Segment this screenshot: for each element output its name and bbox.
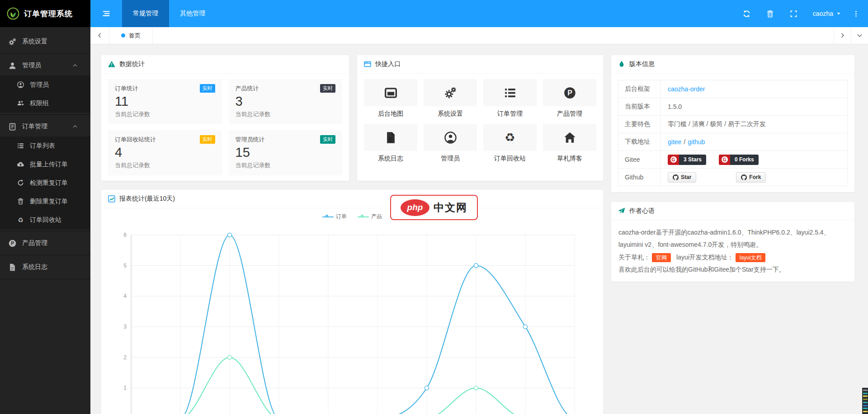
- trash-icon: [17, 198, 24, 205]
- sidebar-item-label: 删除重复订单: [30, 198, 68, 206]
- stat-label: 管理员统计: [236, 136, 265, 144]
- chevron-up-icon: [72, 63, 78, 68]
- page-tabbar: 首页: [90, 27, 868, 44]
- sidebar-item-label: 权限组: [30, 99, 49, 108]
- address-book-icon: [9, 123, 16, 131]
- refresh-icon[interactable]: [735, 0, 759, 27]
- menu-toggle-icon[interactable]: [90, 0, 122, 27]
- watermark-text: 中文网: [434, 201, 467, 215]
- clear-trash-icon[interactable]: [759, 0, 782, 27]
- quick-link-label: 草札博客: [543, 155, 596, 163]
- sidebar-item-系统日志[interactable]: 系统日志: [0, 257, 90, 277]
- layui-docs-badge[interactable]: layui文档: [736, 253, 766, 262]
- quick-link-草札博客[interactable]: 草札博客: [543, 124, 596, 165]
- list-icon: [17, 142, 24, 149]
- kebab-menu-icon[interactable]: [848, 0, 863, 27]
- main-content: 数据统计 订单统计实时11当前总记录数产品统计实时3当前总记录数订单回收站统计实…: [90, 44, 868, 414]
- version-row-2: 主要特色零门槛 / 清爽 / 极简 / 易于二次开发: [618, 116, 847, 133]
- chart-legend: 订单产品: [101, 213, 603, 221]
- sidebar-item-管理员[interactable]: 管理员: [0, 56, 90, 75]
- quick-link-系统日志[interactable]: 系统日志: [364, 124, 417, 165]
- sidebar-subitem-删除重复订单[interactable]: 删除重复订单: [0, 192, 90, 211]
- sidebar-group: P产品管理: [0, 231, 90, 255]
- realtime-badge: 实时: [200, 135, 215, 144]
- header-actions: caozha: [735, 0, 868, 27]
- github-Fork-button[interactable]: Fork: [736, 172, 766, 183]
- sidebar-item-系统设置[interactable]: 系统设置: [0, 32, 90, 52]
- stat-note: 当前总记录数: [236, 110, 336, 118]
- sidebar-item-label: 检测重复订单: [30, 179, 68, 187]
- home-icon: [564, 132, 576, 144]
- sidebar-group: 订单管理订单列表批量上传订单检测重复订单删除重复订单♻订单回收站: [0, 115, 90, 231]
- sidebar-item-产品管理[interactable]: P产品管理: [0, 233, 90, 253]
- version-card-title: 版本信息: [629, 60, 655, 68]
- version-row-5: GithubStarFork: [618, 169, 847, 186]
- seedling-logo-icon: [7, 7, 19, 20]
- sidebar-item-label: 批量上传订单: [30, 160, 68, 169]
- stat-note: 当前总记录数: [115, 110, 215, 118]
- legend-item-产品[interactable]: 产品: [358, 213, 382, 221]
- recycle-icon: ♻: [504, 132, 516, 144]
- quick-link-label: 订单回收站: [483, 155, 537, 163]
- fullscreen-icon[interactable]: [782, 0, 806, 27]
- quick-links-card: 快捷入口 后台地图系统设置订单管理P产品管理系统日志管理员♻订单回收站草札博客: [357, 55, 603, 181]
- github-Star-button[interactable]: Star: [668, 172, 696, 183]
- sidebar-subitem-批量上传订单[interactable]: 批量上传订单: [0, 155, 90, 174]
- sidebar-subitem-订单列表[interactable]: 订单列表: [0, 136, 90, 155]
- paper-plane-icon: [618, 207, 625, 215]
- version-row-4: GiteeG3 StarsG0 Forks: [618, 151, 847, 169]
- version-row-0: 后台框架caozha-order: [618, 80, 847, 98]
- legend-item-订单[interactable]: 订单: [322, 213, 347, 221]
- chart-card-title: 报表统计(最近10天): [119, 195, 175, 203]
- gitee-badge[interactable]: G3 Stars: [668, 155, 706, 165]
- sidebar-item-订单管理[interactable]: 订单管理: [0, 117, 90, 136]
- octocat-icon: [741, 174, 747, 180]
- quick-link-管理员[interactable]: 管理员: [424, 124, 477, 165]
- sidebar-menu: 系统设置管理员管理员权限组订单管理订单列表批量上传订单检测重复订单删除重复订单♻…: [0, 27, 90, 279]
- scroll-indicator-widget[interactable]: [862, 388, 868, 414]
- framework-link[interactable]: caozha-order: [668, 85, 705, 93]
- realtime-badge: 实时: [200, 84, 215, 93]
- cloud-upload-icon: [17, 161, 24, 168]
- line-chart: 123456: [101, 207, 602, 414]
- sidebar-subitem-管理员[interactable]: 管理员: [0, 75, 90, 94]
- username: caozha: [813, 10, 833, 17]
- header-tab-0[interactable]: 常规管理: [122, 0, 169, 27]
- stat-box-0: 订单统计实时11当前总记录数: [108, 79, 222, 124]
- quick-link-系统设置[interactable]: 系统设置: [424, 79, 477, 120]
- official-site-badge[interactable]: 官网: [652, 253, 671, 262]
- svg-text:3: 3: [123, 324, 127, 330]
- quick-link-后台地图[interactable]: 后台地图: [364, 79, 417, 120]
- tabs-scroll-right-button[interactable]: [834, 27, 851, 44]
- user-menu[interactable]: caozha: [806, 0, 848, 27]
- sidebar-item-label: 管理员: [30, 81, 49, 89]
- quick-link-订单管理[interactable]: 订单管理: [483, 79, 537, 120]
- gitee-badge[interactable]: G0 Forks: [719, 155, 759, 165]
- author-card-title: 作者心语: [629, 207, 655, 215]
- svg-text:4: 4: [123, 293, 127, 299]
- sidebar-item-label: 管理员: [22, 61, 41, 70]
- tabs-scroll-left-button[interactable]: [90, 27, 109, 44]
- header-tab-1[interactable]: 其他管理: [169, 0, 216, 27]
- quick-link-产品管理[interactable]: P产品管理: [543, 79, 596, 120]
- sidebar-subitem-检测重复订单[interactable]: 检测重复订单: [0, 174, 90, 192]
- version-value: 零门槛 / 清爽 / 极简 / 易于二次开发: [668, 120, 766, 128]
- author-card: 作者心语 caozha-order基于开源的caozha-admin1.6.0、…: [611, 202, 854, 282]
- svg-text:5: 5: [123, 263, 127, 269]
- sidebar-subitem-权限组[interactable]: 权限组: [0, 94, 90, 113]
- github-link[interactable]: github: [688, 138, 705, 146]
- recycle-icon: ♻: [17, 216, 24, 223]
- window-icon: [385, 87, 397, 99]
- user-circle-icon: [17, 81, 24, 88]
- version-row-label: 下载地址: [618, 133, 660, 151]
- sidebar-subitem-订单回收站[interactable]: ♻订单回收站: [0, 211, 90, 229]
- quick-card-title: 快捷入口: [375, 60, 401, 68]
- caret-down-icon: [836, 11, 841, 16]
- gitee-link[interactable]: gitee: [668, 138, 681, 146]
- tab-home[interactable]: 首页: [109, 27, 153, 44]
- stat-value: 4: [115, 144, 215, 160]
- app-title: 订单管理系统: [24, 9, 73, 19]
- tabs-menu-button[interactable]: [851, 27, 868, 44]
- quick-link-订单回收站[interactable]: ♻订单回收站: [483, 124, 537, 165]
- droplet-icon: [618, 61, 625, 68]
